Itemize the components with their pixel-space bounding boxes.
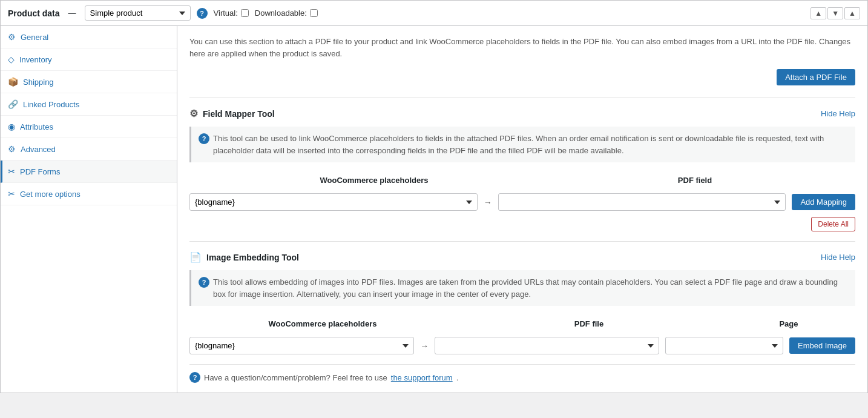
- virtual-checkbox-group: Virtual:: [214, 8, 249, 18]
- sidebar-label-pdf-forms: PDF Forms: [20, 167, 60, 176]
- panel-body: ⚙ General ◇ Inventory 📦 Shipping 🔗 Linke…: [1, 26, 867, 393]
- image-embedding-icon: 📄: [189, 251, 202, 263]
- col-header-pdf-field: PDF field: [534, 176, 855, 185]
- advanced-icon: ⚙: [8, 144, 16, 154]
- mapping-arrow-icon: →: [484, 197, 492, 207]
- nav-arrow-down[interactable]: ▼: [827, 7, 843, 19]
- sidebar-item-advanced[interactable]: ⚙ Advanced: [1, 138, 177, 161]
- field-mapper-title-text: Field Mapper Tool: [203, 109, 275, 119]
- virtual-label: Virtual:: [214, 8, 238, 18]
- sidebar-item-inventory[interactable]: ◇ Inventory: [1, 48, 177, 71]
- sidebar-item-linked-products[interactable]: 🔗 Linked Products: [1, 93, 177, 116]
- sidebar-item-shipping[interactable]: 📦 Shipping: [1, 71, 177, 93]
- embed-arrow-icon: →: [420, 341, 429, 351]
- panel-title: Product data: [8, 8, 60, 18]
- nav-arrow-up[interactable]: ▲: [810, 7, 826, 19]
- embed-col-header-placeholders: WooCommerce placeholders: [189, 319, 456, 328]
- image-embedding-help-icon: ?: [199, 277, 209, 288]
- attach-pdf-button[interactable]: Attach a PDF File: [777, 69, 855, 85]
- field-mapper-hide-help[interactable]: Hide Help: [821, 109, 855, 118]
- pdf-field-select[interactable]: [498, 193, 786, 211]
- help-icon[interactable]: ?: [197, 8, 208, 19]
- field-mapper-desc-text: This tool can be used to link WooCommerc…: [213, 133, 848, 156]
- image-embedding-title: 📄 Image Embedding Tool: [189, 251, 299, 263]
- support-footer: ? Have a question/comment/problem? Feel …: [189, 364, 855, 383]
- delete-all-row: Delete All: [189, 217, 855, 231]
- placeholder-select[interactable]: {blogname} {order_number} {customer_name…: [189, 193, 478, 211]
- mapping-table-header: WooCommerce placeholders PDF field: [189, 172, 855, 188]
- sidebar: ⚙ General ◇ Inventory 📦 Shipping 🔗 Linke…: [1, 26, 177, 393]
- support-text-end: .: [456, 373, 459, 382]
- field-mapper-description: ? This tool can be used to link WooComme…: [189, 127, 855, 162]
- image-embedding-title-text: Image Embedding Tool: [206, 253, 299, 262]
- sidebar-label-shipping: Shipping: [23, 78, 54, 87]
- field-mapper-icon: ⚙: [189, 108, 198, 119]
- sidebar-item-pdf-forms[interactable]: ✂ PDF Forms: [1, 161, 177, 183]
- field-mapper-header: ⚙ Field Mapper Tool Hide Help: [189, 108, 855, 119]
- embed-col-header-page: Page: [722, 319, 855, 328]
- downloadable-label: Downloadable:: [255, 8, 307, 18]
- embed-table-header: WooCommerce placeholders PDF file Page: [189, 316, 855, 332]
- product-type-select[interactable]: Simple productGrouped productExternal/Af…: [85, 5, 191, 21]
- downloadable-checkbox[interactable]: [310, 9, 318, 17]
- support-help-icon: ?: [189, 372, 200, 383]
- intro-text: You can use this section to attach a PDF…: [189, 36, 855, 59]
- support-text: Have a question/comment/problem? Feel fr…: [204, 373, 387, 382]
- image-embedding-section: 📄 Image Embedding Tool Hide Help ? This …: [189, 251, 855, 354]
- downloadable-checkbox-group: Downloadable:: [255, 8, 318, 18]
- delete-all-button[interactable]: Delete All: [811, 217, 855, 231]
- field-mapper-help-icon: ?: [199, 133, 209, 144]
- embed-placeholder-select[interactable]: {blogname} {order_number} {customer_name…: [189, 337, 414, 354]
- col-header-placeholders: WooCommerce placeholders: [189, 176, 534, 185]
- pdf-forms-icon: ✂: [8, 167, 15, 176]
- sidebar-item-general[interactable]: ⚙ General: [1, 26, 177, 48]
- image-embedding-hide-help[interactable]: Hide Help: [821, 253, 855, 262]
- sidebar-label-attributes: Attributes: [20, 122, 53, 131]
- image-embedding-desc-text: This tool allows embedding of images int…: [213, 276, 848, 300]
- embed-row: {blogname} {order_number} {customer_name…: [189, 337, 855, 354]
- attach-btn-row: Attach a PDF File: [189, 69, 855, 85]
- embed-col-header-pdf-file: PDF file: [456, 319, 722, 328]
- general-icon: ⚙: [8, 32, 16, 42]
- get-more-options-icon: ✂: [8, 189, 15, 199]
- sidebar-label-get-more-options: Get more options: [20, 190, 81, 199]
- shipping-icon: 📦: [8, 77, 18, 87]
- embed-image-button[interactable]: Embed Image: [789, 337, 855, 354]
- sidebar-label-advanced: Advanced: [21, 145, 56, 154]
- image-embedding-header: 📄 Image Embedding Tool Hide Help: [189, 251, 855, 263]
- image-embedding-description: ? This tool allows embedding of images i…: [189, 270, 855, 306]
- section-divider-1: [189, 98, 855, 98]
- main-content: You can use this section to attach a PDF…: [177, 26, 867, 393]
- linked-products-icon: 🔗: [8, 99, 18, 109]
- attributes-icon: ◉: [8, 122, 15, 131]
- sidebar-label-general: General: [21, 33, 48, 42]
- inventory-icon: ◇: [8, 55, 15, 64]
- field-mapper-section: ⚙ Field Mapper Tool Hide Help ? This too…: [189, 108, 855, 231]
- virtual-checkbox[interactable]: [241, 9, 249, 17]
- nav-arrow-collapse[interactable]: ▲: [844, 7, 860, 19]
- add-mapping-button[interactable]: Add Mapping: [792, 194, 855, 210]
- product-data-panel: Product data — Simple productGrouped pro…: [0, 0, 868, 393]
- mapping-row: {blogname} {order_number} {customer_name…: [189, 193, 855, 211]
- embed-pdf-file-select[interactable]: [435, 337, 659, 354]
- support-forum-link[interactable]: the support forum: [391, 373, 453, 382]
- panel-header: Product data — Simple productGrouped pro…: [1, 1, 867, 26]
- sidebar-item-attributes[interactable]: ◉ Attributes: [1, 116, 177, 138]
- field-mapper-title: ⚙ Field Mapper Tool: [189, 108, 275, 119]
- panel-nav-arrows: ▲ ▼ ▲: [810, 7, 860, 19]
- sidebar-label-linked-products: Linked Products: [23, 100, 79, 109]
- title-dash: —: [68, 8, 76, 18]
- embed-page-select[interactable]: [665, 337, 783, 354]
- sidebar-item-get-more-options[interactable]: ✂ Get more options: [1, 183, 177, 205]
- section-divider-2: [189, 241, 855, 242]
- sidebar-label-inventory: Inventory: [19, 55, 51, 64]
